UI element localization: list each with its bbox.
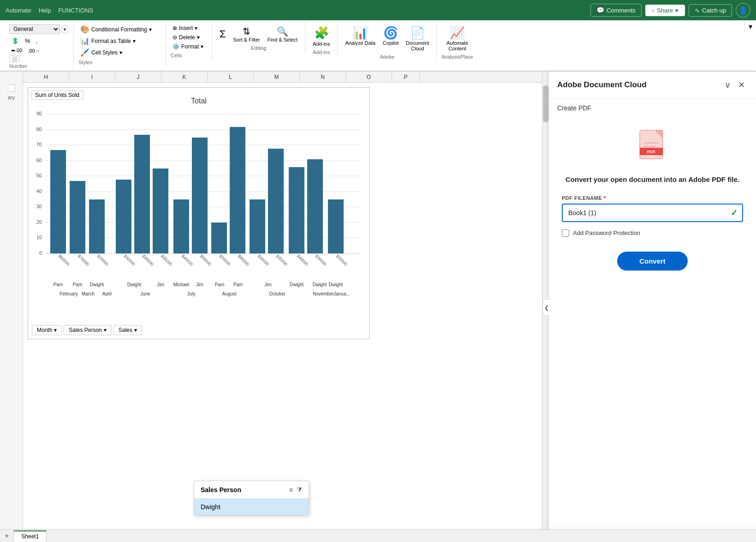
- bar-pam-aug2: [230, 127, 245, 253]
- currency-icon: 💲: [12, 37, 19, 44]
- salesperson-filter-arrow: ▾: [104, 327, 107, 333]
- delete-icon: ⊖: [173, 34, 177, 41]
- add-sheet-btn[interactable]: +: [0, 530, 13, 542]
- dc-icon: 📄: [410, 26, 425, 40]
- adobe-panel-close-btn[interactable]: ✕: [735, 79, 748, 91]
- svg-text:Jim: Jim: [196, 282, 203, 287]
- share-button[interactable]: ↑ Share ▾: [645, 5, 685, 16]
- number-group: General ▾ 💲 % , ⬅.00 .00→ ⬜ Number: [4, 22, 74, 71]
- tab-help[interactable]: Help: [39, 7, 51, 14]
- format-as-table-btn[interactable]: 📊 Format as Table ▾: [78, 36, 161, 46]
- bar-jim-jul: [192, 138, 208, 253]
- delete-btn[interactable]: ⊖ Delete ▾: [171, 33, 207, 42]
- addins-btn[interactable]: 🧩 Add-ins: [310, 24, 333, 48]
- automate-content-btn[interactable]: 📈 Automate Content: [444, 24, 471, 53]
- copilot-btn[interactable]: 🌀 Copilot: [380, 24, 401, 53]
- filter-funnel-icon[interactable]: ⧩: [297, 486, 302, 494]
- pdf-input-wrapper: ✓: [562, 204, 743, 222]
- svg-text:Pam: Pam: [215, 282, 225, 287]
- analysis-group: 📈 Automate Content AnalysisPlace: [437, 22, 477, 61]
- convert-button[interactable]: Convert: [617, 252, 688, 271]
- adobe-ribbon-group-label: Adobe: [380, 54, 394, 60]
- filename-check-icon: ✓: [731, 208, 738, 218]
- conditional-formatting-btn[interactable]: 🎨 Conditional Formatting ▾: [78, 24, 161, 35]
- share-icon: ↑: [652, 7, 655, 14]
- cs-chevron: ▾: [119, 49, 122, 56]
- document-cloud-btn[interactable]: 📄 Document Cloud: [403, 24, 432, 53]
- adobe-panel-collapse-btn[interactable]: ∨: [722, 79, 733, 91]
- sales-filter-btn[interactable]: Sales ▾: [113, 325, 142, 335]
- expand-number-icon[interactable]: ▾: [62, 25, 68, 33]
- select-all-btn[interactable]: [8, 84, 15, 92]
- svg-text:$20000: $20000: [335, 253, 348, 266]
- svg-rect-59: [643, 142, 659, 144]
- find-select-btn[interactable]: 🔍 Find & Select: [265, 24, 300, 44]
- cell-styles-btn[interactable]: 🖌️ Cell Styles ▾: [78, 47, 161, 58]
- pdf-filename-input[interactable]: [562, 204, 743, 222]
- scrollbar-thumb[interactable]: [543, 85, 548, 122]
- expand-ribbon-btn[interactable]: ▾: [744, 20, 756, 33]
- svg-text:20: 20: [36, 219, 42, 225]
- adobe-panel: Adobe Document Cloud ∨ ✕ Create PDF ❮: [548, 72, 756, 542]
- styles-group: 🎨 Conditional Formatting ▾ 📊 Format as T…: [74, 22, 166, 67]
- month-filter-btn[interactable]: Month ▾: [32, 325, 62, 335]
- autosum-btn[interactable]: Σ: [217, 24, 229, 44]
- svg-text:August: August: [222, 291, 236, 296]
- cells-group-label: Cells: [171, 53, 207, 58]
- filter-sort-icon[interactable]: ≡: [289, 486, 293, 494]
- catchup-button[interactable]: ∿ Catch up: [689, 4, 732, 17]
- increase-decimal-btn[interactable]: ⬅.00: [9, 47, 24, 54]
- filter-selected-item[interactable]: Dwight: [194, 499, 309, 515]
- percent-btn[interactable]: %: [23, 36, 32, 46]
- copilot-icon: 🌀: [383, 26, 398, 40]
- addins-icon: 🧩: [314, 26, 329, 40]
- comments-icon: 💬: [596, 6, 604, 14]
- comments-button[interactable]: 💬 Comments: [590, 4, 642, 17]
- decrease-decimal-btn[interactable]: .00→: [26, 47, 42, 54]
- svg-text:10: 10: [36, 235, 42, 240]
- addins-group-label: Add-ins: [313, 49, 330, 55]
- filter-dropdown-header: Sales Person ≡ ⧩: [194, 481, 309, 499]
- bar-chart: Total 90 80 70 60 50 40 30 20 10 0: [28, 88, 369, 337]
- currency-btn[interactable]: 💲: [9, 36, 21, 46]
- row-header-panel: ary ▾: [0, 72, 23, 542]
- analyze-data-btn[interactable]: 📊 Analyze Data: [342, 24, 378, 53]
- comma-btn[interactable]: ,: [34, 36, 40, 46]
- sheet-tab-1[interactable]: Sheet1: [13, 530, 47, 542]
- adobe-ribbon-group: 📊 Analyze Data 🌀 Copilot 📄 Document Clou…: [338, 22, 437, 61]
- col-n: N: [300, 72, 346, 82]
- bar-dwight-nov1: [289, 167, 304, 253]
- col-i: I: [69, 72, 115, 82]
- svg-text:$35000: $35000: [275, 253, 288, 266]
- pdf-icon-wrapper: PDF: [634, 126, 671, 165]
- number-expand-btn[interactable]: ⬜: [9, 55, 19, 62]
- svg-text:$60000: $60000: [58, 253, 71, 266]
- pdf-file-icon: PDF: [634, 126, 671, 163]
- spreadsheet-area: H I J K L M N O P Sum of Units Sold Tota…: [23, 72, 542, 542]
- svg-text:$30000: $30000: [257, 253, 270, 266]
- bar-pam-mar: [70, 181, 85, 253]
- insert-chevron: ▾: [195, 25, 197, 31]
- editing-group-label: Editing: [251, 45, 267, 51]
- sort-filter-btn[interactable]: ⇅ Sort & Filter: [231, 24, 263, 44]
- cf-icon: 🎨: [80, 25, 89, 34]
- svg-text:Dwight: Dwight: [313, 282, 327, 287]
- panel-collapse-handle[interactable]: ❮: [542, 299, 550, 316]
- number-format-select[interactable]: General: [9, 24, 60, 34]
- adobe-panel-header: Adobe Document Cloud ∨ ✕: [549, 72, 756, 99]
- addins-group: 🧩 Add-ins Add-ins: [305, 22, 338, 57]
- salesperson-filter-btn[interactable]: Sales Person ▾: [64, 325, 111, 335]
- tab-functions[interactable]: FUNCTIONS: [58, 7, 93, 14]
- tab-automate[interactable]: Automate: [6, 7, 31, 14]
- format-icon: ⚙️: [173, 43, 179, 50]
- automate-icon: 📈: [450, 26, 464, 40]
- svg-text:Janua...: Janua...: [333, 291, 350, 296]
- delete-chevron: ▾: [197, 34, 200, 41]
- number-group-label: Number: [9, 63, 27, 69]
- svg-text:$50000: $50000: [199, 253, 212, 266]
- format-btn[interactable]: ⚙️ Format ▾: [171, 42, 207, 51]
- col-m: M: [254, 72, 300, 82]
- user-icon[interactable]: 👤: [736, 3, 750, 18]
- password-checkbox[interactable]: [562, 229, 569, 237]
- insert-btn[interactable]: ⊕ Insert ▾: [171, 24, 207, 32]
